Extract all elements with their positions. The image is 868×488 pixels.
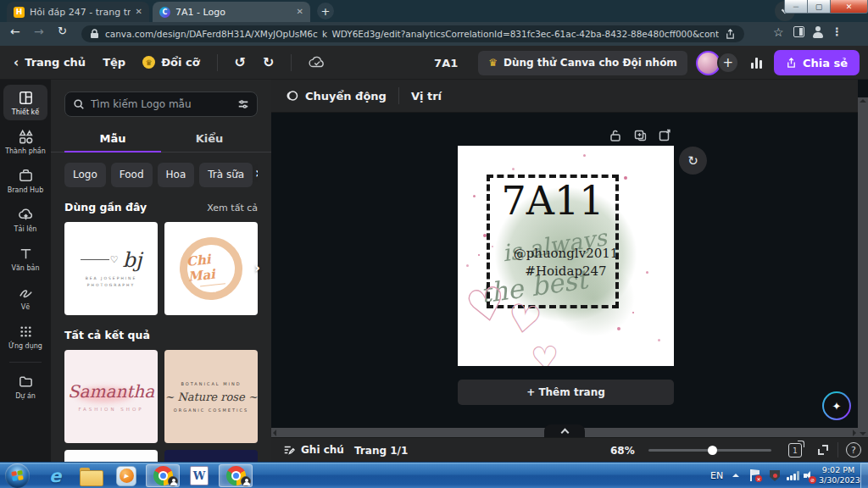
zoom-slider[interactable]	[648, 449, 771, 452]
share-page-icon[interactable]	[725, 29, 736, 40]
address-bar[interactable]: canva.com/design/DAFerd8H31A/XMyJOpUsM6c…	[81, 25, 744, 42]
chip-logo[interactable]: Logo	[64, 163, 106, 187]
back-button[interactable]	[10, 25, 20, 37]
magic-assistant-button[interactable]	[822, 391, 851, 420]
add-member-button[interactable]	[717, 52, 739, 74]
sidebar-item-projects[interactable]: Dự án	[3, 369, 47, 404]
chip-food[interactable]: Food	[111, 163, 153, 187]
design-page[interactable]: is always the best 7A11 @phuonglv2011 #H…	[458, 146, 674, 366]
taskbar-ie-button[interactable]	[41, 464, 70, 487]
side-panel-icon[interactable]	[793, 26, 804, 37]
insights-chart-icon[interactable]	[751, 57, 762, 69]
close-window-button[interactable]	[831, 0, 868, 14]
design-handle-text[interactable]: @phuonglv2011	[458, 246, 674, 261]
search-box[interactable]	[64, 92, 258, 117]
taskbar-word-button[interactable]	[183, 464, 215, 487]
reload-button[interactable]	[58, 25, 67, 36]
new-tab-button[interactable]	[317, 3, 334, 19]
template-thumb-bj[interactable]: ♡bj BEA JOSEPHINEPHOTOGRAPHY	[64, 222, 158, 315]
folder-icon	[18, 374, 34, 390]
unlock-icon[interactable]	[609, 129, 622, 142]
taskbar-chrome-button-2[interactable]	[219, 464, 253, 487]
redo-button[interactable]	[263, 54, 274, 70]
show-desktop-button[interactable]	[860, 463, 868, 488]
cloud-saved-icon	[309, 56, 326, 69]
add-page-icon[interactable]	[658, 129, 671, 142]
folder-icon	[80, 468, 102, 485]
scroll-down-icon[interactable]	[860, 432, 866, 435]
maximize-button[interactable]	[808, 0, 831, 14]
profile-icon[interactable]	[812, 26, 824, 38]
horizontal-scrollbar[interactable]	[271, 428, 858, 437]
scroll-left-icon[interactable]	[273, 430, 276, 436]
zoom-slider-thumb[interactable]	[708, 446, 717, 455]
chips-more-chevron-icon[interactable]	[255, 164, 258, 181]
template-thumb[interactable]	[164, 450, 258, 462]
minimize-button[interactable]	[784, 0, 808, 14]
bookmark-star-icon[interactable]	[773, 26, 784, 38]
start-button[interactable]	[5, 463, 30, 488]
sidebar-item-brand-hub[interactable]: Brand Hub	[3, 163, 47, 198]
template-thumb-samantha[interactable]: Samantha FASHION SHOP	[64, 350, 158, 443]
close-tab-icon[interactable]: ✕	[297, 8, 303, 16]
design-title[interactable]: 7A1	[434, 57, 458, 69]
close-tab-icon[interactable]: ✕	[136, 8, 142, 16]
home-button[interactable]: Trang chủ	[14, 55, 86, 70]
network-signal-icon[interactable]	[787, 471, 799, 480]
position-button[interactable]: Vị trí	[411, 90, 442, 103]
language-indicator[interactable]: EN	[710, 470, 723, 481]
taskbar-chrome-button[interactable]	[146, 464, 180, 487]
file-menu-button[interactable]: Tệp	[103, 56, 125, 69]
recent-more-chevron-icon[interactable]	[254, 259, 260, 276]
browser-menu-icon[interactable]	[832, 26, 843, 37]
template-thumb-chimai[interactable]: Chi Mai	[164, 222, 258, 315]
taskbar-explorer-button[interactable]	[76, 464, 105, 487]
design-title-text[interactable]: 7A11	[487, 178, 619, 224]
fullscreen-icon[interactable]	[817, 444, 829, 456]
sidebar-item-uploads[interactable]: Tải lên	[3, 202, 47, 237]
sidebar-item-apps[interactable]: Ứng dụng	[3, 319, 47, 354]
filters-icon[interactable]	[237, 98, 249, 110]
expand-panel-tab[interactable]	[544, 424, 585, 437]
vertical-scrollbar[interactable]	[858, 97, 868, 437]
sidebar-item-text[interactable]: Văn bản	[3, 241, 47, 276]
tab-templates[interactable]: Mẫu	[64, 124, 161, 152]
taskbar-media-player-button[interactable]	[112, 464, 141, 487]
forward-button[interactable]	[34, 25, 44, 37]
animate-icon	[285, 89, 298, 103]
internet-explorer-icon	[49, 466, 61, 486]
help-icon[interactable]	[846, 442, 861, 458]
tab-styles[interactable]: Kiểu	[161, 124, 258, 152]
see-all-link[interactable]: Xem tất cả	[207, 202, 258, 214]
grid-view-icon[interactable]: 1	[788, 443, 802, 458]
notes-button[interactable]: Ghi chú	[283, 444, 344, 456]
chip-trasua[interactable]: Trà sữa	[199, 163, 253, 187]
profile-badge-icon	[241, 476, 251, 486]
zoom-value[interactable]: 68%	[610, 445, 635, 457]
security-tray-icon[interactable]	[770, 470, 780, 481]
search-input[interactable]	[91, 98, 231, 110]
template-thumb[interactable]	[64, 450, 158, 462]
scroll-up-icon[interactable]	[860, 99, 866, 103]
undo-button[interactable]	[235, 54, 246, 70]
apps-grid-icon	[18, 324, 34, 340]
duplicate-page-icon[interactable]	[633, 129, 647, 142]
hidden-icons-chevron-icon[interactable]	[732, 474, 739, 477]
sidebar-item-design[interactable]: Thiết kế	[3, 85, 47, 120]
sidebar-item-elements[interactable]: Thành phần	[3, 124, 47, 159]
add-page-button[interactable]: + Thêm trang	[458, 380, 674, 405]
chip-hoa[interactable]: Hoa	[158, 163, 195, 187]
try-canva-teams-button[interactable]: Dùng thử Canva cho Đội nhóm	[478, 51, 687, 75]
resize-button[interactable]: Đổi cỡ	[142, 56, 199, 69]
animate-button[interactable]: Chuyển động	[285, 89, 387, 103]
taskbar-clock[interactable]: 9:02 PM 3/30/2023	[819, 465, 858, 486]
share-button[interactable]: Chia sẻ	[774, 50, 860, 75]
tab-title: Hỏi đáp 247 - trang tra loi	[30, 7, 131, 18]
browser-tab-hoidap[interactable]: Hỏi đáp 247 - trang tra loi ✕	[7, 2, 149, 22]
browser-tab-canva[interactable]: 7A1 - Logo ✕	[153, 2, 310, 22]
scroll-right-icon[interactable]	[853, 430, 856, 436]
template-thumb-nature[interactable]: BOTANICAL MIND Nature rose ORGANIC COSME…	[164, 350, 258, 443]
regenerate-button[interactable]	[679, 147, 707, 175]
sidebar-item-draw[interactable]: Vẽ	[3, 280, 47, 315]
profile-badge-icon	[168, 476, 178, 486]
